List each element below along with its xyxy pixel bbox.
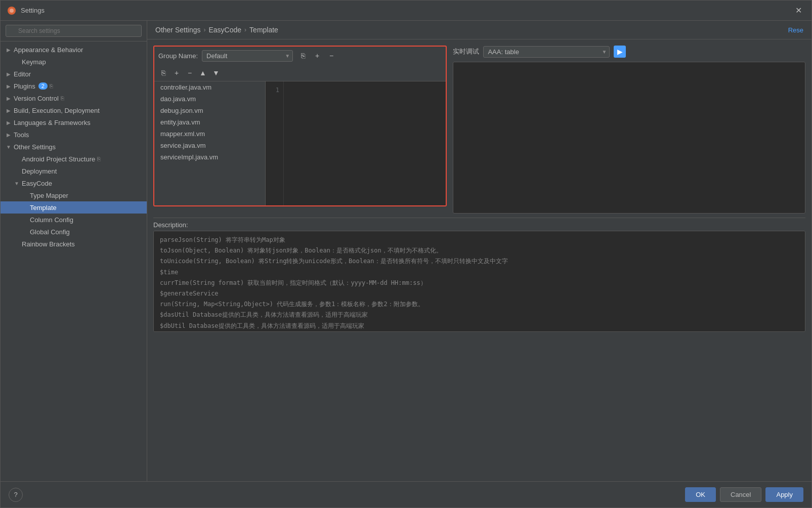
desc-line: toJson(Object, Boolean) 将对象转json对象，Boole… [160, 246, 799, 256]
move-up-button[interactable]: ▲ [197, 67, 209, 79]
ok-button[interactable]: OK [685, 487, 716, 502]
file-item[interactable]: mapper.xml.vm [154, 128, 265, 140]
close-button[interactable]: ✕ [791, 4, 805, 18]
expand-arrow: ▶ [5, 131, 13, 139]
sidebar-item-editor[interactable]: ▶ Editor [1, 68, 147, 80]
run-button[interactable]: ▶ [614, 46, 626, 58]
remove-file-button[interactable]: − [184, 67, 196, 79]
file-toolbar: ⎘ + − ▲ ▼ [154, 65, 446, 81]
sidebar-item-tools[interactable]: ▶ Tools [1, 129, 147, 141]
expand-arrow [21, 191, 29, 199]
editor-panel: 1 [266, 81, 446, 205]
copy-group-button[interactable]: ⎘ [297, 50, 309, 62]
sidebar-item-label: Editor [14, 70, 31, 78]
content-area: 🔍 ▶ Appearance & Behavior Keymap ▶ [1, 21, 811, 481]
sidebar-item-label: Appearance & Behavior [14, 46, 83, 54]
sidebar-item-label: Tools [14, 131, 29, 139]
expand-arrow: ▼ [13, 179, 21, 187]
expand-arrow: ▶ [5, 82, 13, 90]
file-item[interactable]: serviceImpl.java.vm [154, 151, 265, 163]
settings-dialog: Settings ✕ 🔍 ▶ Appearance & Behavior [0, 0, 812, 508]
editor-content[interactable] [284, 81, 446, 205]
add-file-button[interactable]: + [170, 67, 183, 79]
add-group-button[interactable]: + [311, 50, 323, 62]
desc-line: $time [160, 268, 799, 277]
breadcrumb-sep-2: › [244, 26, 246, 33]
expand-arrow [21, 216, 29, 224]
line-number: 1 [270, 86, 279, 95]
apply-button[interactable]: Apply [765, 487, 803, 502]
sidebar-item-version-control[interactable]: ▶ Version Control ⎘ [1, 92, 147, 104]
desc-line: $dasUtil Database提供的工具类，具体方法请查看源码，适用于高端玩… [160, 310, 799, 320]
sidebar-item-languages[interactable]: ▶ Languages & Frameworks [1, 116, 147, 129]
sidebar: 🔍 ▶ Appearance & Behavior Keymap ▶ [1, 21, 147, 481]
expand-arrow [13, 240, 21, 248]
panel-content: Group Name: Default ▼ ⎘ + − [147, 39, 811, 481]
expand-arrow [13, 167, 21, 175]
sidebar-item-build[interactable]: ▶ Build, Execution, Deployment [1, 104, 147, 116]
expand-arrow [21, 203, 29, 211]
sidebar-item-other-settings[interactable]: ▼ Other Settings [1, 141, 147, 153]
breadcrumb-easycode: EasyCode [209, 26, 242, 34]
line-numbers: 1 [266, 81, 284, 205]
group-name-select[interactable]: Default [202, 50, 293, 62]
realtime-row: 实时调试 AAA: table ▼ ▶ [453, 46, 805, 58]
remove-group-button[interactable]: − [325, 50, 337, 62]
copy-file-button[interactable]: ⎘ [157, 67, 169, 79]
sidebar-item-rainbow-brackets[interactable]: Rainbow Brackets [1, 238, 147, 250]
move-down-button[interactable]: ▼ [210, 67, 222, 79]
title-bar: Settings ✕ [1, 1, 811, 21]
sidebar-item-appearance[interactable]: ▶ Appearance & Behavior [1, 44, 147, 56]
sidebar-item-label: Keymap [22, 58, 46, 66]
realtime-output [453, 62, 805, 214]
realtime-test-select[interactable]: AAA: table [483, 46, 610, 58]
description-content: parseJson(String) 将字符串转为Map对象 toJson(Obj… [153, 231, 805, 332]
breadcrumb-other-settings: Other Settings [155, 26, 201, 34]
expand-arrow: ▼ [5, 143, 13, 151]
sidebar-item-label: Plugins [14, 82, 35, 90]
expand-arrow: ▶ [5, 94, 13, 102]
sidebar-item-android[interactable]: Android Project Structure ⎘ [1, 153, 147, 165]
expand-arrow [21, 228, 29, 236]
file-item[interactable]: debug.json.vm [154, 105, 265, 116]
copy-icon: ⎘ [97, 156, 101, 162]
help-button[interactable]: ? [9, 488, 23, 502]
expand-arrow [13, 58, 21, 66]
group-name-label: Group Name: [158, 52, 198, 60]
file-item[interactable]: service.java.vm [154, 140, 265, 151]
reset-link[interactable]: Rese [788, 26, 803, 34]
sidebar-item-plugins[interactable]: ▶ Plugins 2 ⎘ [1, 80, 147, 92]
search-input[interactable] [6, 25, 142, 37]
sidebar-item-label: Languages & Frameworks [14, 119, 91, 126]
sidebar-item-column-config[interactable]: Column Config [1, 214, 147, 226]
cancel-button[interactable]: Cancel [720, 487, 761, 502]
breadcrumb: Other Settings › EasyCode › Template Res… [147, 21, 811, 39]
expand-arrow: ▶ [5, 46, 13, 54]
group-name-section: Group Name: Default ▼ ⎘ + − [153, 46, 447, 65]
sidebar-item-label: EasyCode [22, 180, 52, 187]
expand-arrow: ▶ [5, 118, 13, 126]
copy-icon: ⎘ [61, 95, 64, 101]
sidebar-item-type-mapper[interactable]: Type Mapper [1, 189, 147, 201]
sidebar-item-deployment[interactable]: Deployment [1, 165, 147, 177]
search-wrapper: 🔍 [6, 25, 142, 37]
file-item[interactable]: dao.java.vm [154, 93, 265, 105]
plugins-badge: 2 [38, 82, 48, 90]
sidebar-item-keymap[interactable]: Keymap [1, 56, 147, 68]
sidebar-item-label: Rainbow Brackets [22, 240, 75, 248]
expand-arrow: ▶ [5, 70, 13, 78]
search-box: 🔍 [1, 21, 147, 41]
sidebar-item-label: Column Config [30, 216, 73, 224]
sidebar-item-global-config[interactable]: Global Config [1, 226, 147, 238]
sidebar-item-label: Deployment [22, 167, 57, 175]
desc-line: toUnicode(String, Boolean) 将String转换为uni… [160, 257, 799, 266]
file-editor-section: ⎘ + − ▲ ▼ controller.java.vm dao.java.vm [153, 65, 447, 206]
copy-icon: ⎘ [50, 83, 53, 89]
sidebar-item-easycode[interactable]: ▼ EasyCode [1, 177, 147, 189]
file-item[interactable]: entity.java.vm [154, 116, 265, 128]
file-item[interactable]: controller.java.vm [154, 81, 265, 93]
sidebar-item-label: Global Config [30, 228, 70, 236]
desc-line: parseJson(String) 将字符串转为Map对象 [160, 235, 799, 245]
sidebar-item-template[interactable]: Template [1, 201, 147, 214]
file-list: controller.java.vm dao.java.vm debug.jso… [154, 81, 266, 205]
